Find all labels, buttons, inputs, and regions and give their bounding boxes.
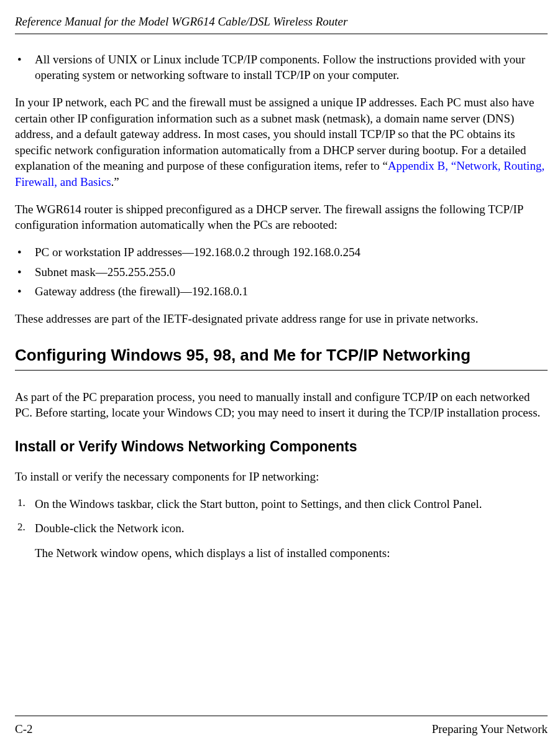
list-item: • Subnet mask—255.255.255.0 — [17, 264, 548, 280]
paragraph-ip-network: In your IP network, each PC and the fire… — [15, 94, 548, 190]
paragraph-dhcp-server: The WGR614 router is shipped preconfigur… — [15, 201, 548, 233]
footer-rule — [15, 716, 548, 716]
step-text: Double-click the Network icon. — [35, 520, 548, 537]
step-number: 2. — [17, 520, 35, 537]
header-rule — [15, 34, 548, 34]
bullet-marker: • — [17, 264, 35, 280]
heading-rule — [15, 370, 548, 371]
bullet-text: Subnet mask—255.255.255.0 — [35, 264, 548, 280]
list-item: • PC or workstation IP addresses—192.168… — [17, 244, 548, 260]
step-2-continuation: The Network window opens, which displays… — [35, 545, 548, 561]
step-number: 1. — [17, 496, 35, 512]
paragraph-install-verify-intro: To install or verify the necessary compo… — [15, 469, 548, 485]
step-2: 2. Double-click the Network icon. — [17, 520, 548, 537]
bullet-text: PC or workstation IP addresses—192.168.0… — [35, 244, 548, 260]
paragraph-pc-preparation: As part of the PC preparation process, y… — [15, 389, 548, 421]
heading-install-verify: Install or Verify Windows Networking Com… — [15, 437, 548, 456]
step-1: 1. On the Windows taskbar, click the Sta… — [17, 496, 548, 512]
config-info-list: • PC or workstation IP addresses—192.168… — [15, 244, 548, 300]
bullet-marker: • — [17, 52, 35, 83]
page-header-title: Reference Manual for the Model WGR614 Ca… — [15, 14, 548, 30]
bullet-text: Gateway address (the firewall)—192.168.0… — [35, 283, 548, 300]
list-item: • Gateway address (the firewall)—192.168… — [17, 283, 548, 300]
step-text: On the Windows taskbar, click the Start … — [35, 496, 548, 512]
bullet-marker: • — [17, 244, 35, 260]
bullet-marker: • — [17, 283, 35, 300]
page-footer: C-2 Preparing Your Network — [15, 716, 548, 737]
para-text-after-link: .” — [111, 175, 119, 188]
heading-configuring-windows: Configuring Windows 95, 98, and Me for T… — [15, 344, 548, 366]
paragraph-ietf: These addresses are part of the IETF-des… — [15, 311, 548, 327]
section-name: Preparing Your Network — [432, 721, 548, 737]
bullet-text: All versions of UNIX or Linux include TC… — [35, 52, 548, 83]
page-number: C-2 — [15, 721, 33, 737]
bullet-unix-linux: • All versions of UNIX or Linux include … — [17, 52, 548, 83]
footer-row: C-2 Preparing Your Network — [15, 721, 548, 737]
